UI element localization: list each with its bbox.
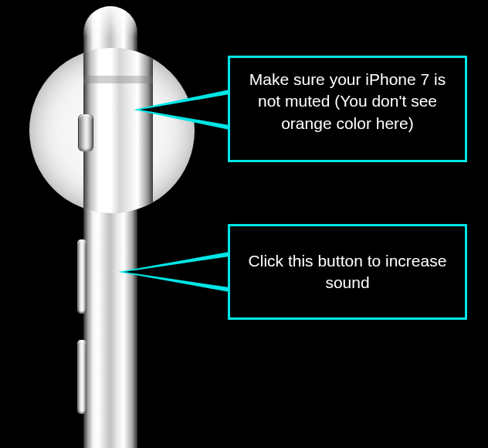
magnifier-circle — [29, 48, 195, 213]
phone-top-highlight — [83, 6, 137, 37]
volume-up-button[interactable] — [77, 239, 86, 314]
callout-mute-text: Make sure your iPhone 7 is not muted (Yo… — [249, 70, 446, 132]
volume-down-button[interactable] — [77, 340, 86, 414]
callout-volume-text: Click this button to increase sound — [244, 250, 451, 294]
magnified-phone-edge — [83, 48, 153, 213]
magnified-antenna-band — [83, 76, 153, 83]
mute-switch[interactable] — [79, 114, 93, 151]
callout-mute: Make sure your iPhone 7 is not muted (Yo… — [228, 56, 467, 162]
callout-volume: Click this button to increase sound — [228, 224, 467, 320]
